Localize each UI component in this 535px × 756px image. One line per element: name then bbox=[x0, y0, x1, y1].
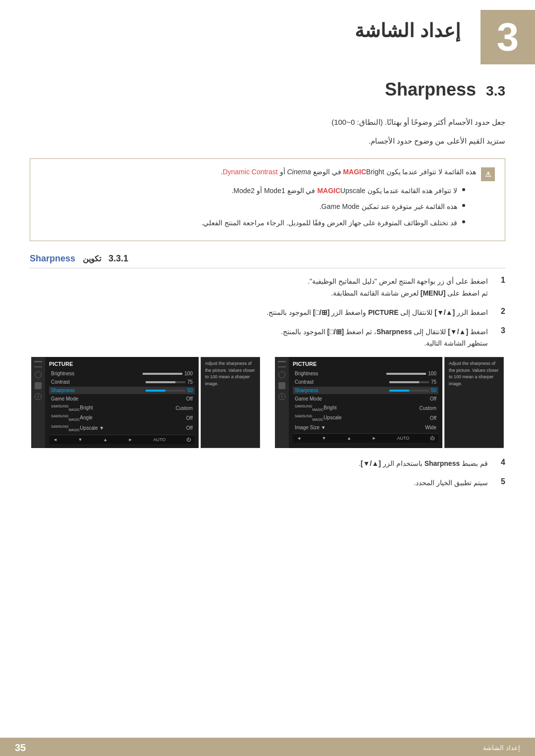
monitor-1: i PICTURE Brightness 100 Contrast 75 bbox=[31, 357, 260, 448]
monitor2-item-brightness: Brightness 100 bbox=[293, 370, 438, 377]
step-num-3: 3 bbox=[495, 326, 505, 335]
sub-section-title: 3.3.1 تكوين Sharpness bbox=[30, 253, 505, 268]
description-1: جعل حدود الأجسام أكثر وضوحًا أو بهتانًا.… bbox=[30, 115, 505, 130]
step-num-2: 2 bbox=[495, 307, 505, 316]
monitor2-item-gamemode: Game Mode Off bbox=[293, 395, 438, 403]
step-text-2: اضغط الزر [▲/▼] للانتقال إلى PICTURE واض… bbox=[30, 307, 488, 319]
sub-section-en: Sharpness bbox=[30, 253, 75, 264]
step-2: 2 اضغط الزر [▲/▼] للانتقال إلى PICTURE و… bbox=[30, 307, 505, 319]
section-number: 3.3 bbox=[486, 83, 505, 99]
step-1: 1 اضغط على أي زر بواجهة المنتج لعرض "دلي… bbox=[30, 276, 505, 300]
sub-section-num: 3.3.1 bbox=[108, 253, 128, 264]
bullet-dot-2 bbox=[462, 204, 465, 207]
monitor2-item-sharpness: Sharpness 50 bbox=[293, 387, 438, 394]
step-4: 4 قم بضبط Sharpness باستخدام الزر [▲/▼]. bbox=[30, 458, 505, 470]
monitor1-item-magicupscale: SAMSUNGMAGICUpscale ▼ Off bbox=[49, 424, 195, 433]
monitor1-item-magicangle: SAMSUNGMAGICAngle Off bbox=[49, 413, 195, 422]
footer-chapter-title: إعداد الشاشة bbox=[483, 744, 520, 752]
monitor1-item-contrast: Contrast 75 bbox=[49, 378, 195, 386]
monitor1-item-brightness: Brightness 100 bbox=[49, 370, 195, 377]
monitor1-item-sharpness: Sharpness 50 bbox=[49, 387, 195, 394]
bullet-dot-3 bbox=[462, 220, 465, 223]
monitor1-title: PICTURE bbox=[49, 361, 195, 367]
section-title-en: Sharpness bbox=[385, 79, 476, 100]
monitors-row: i PICTURE Brightness 100 Contrast 75 bbox=[30, 357, 505, 448]
bullet-text-1: لا تتوافر هذه القائمة عندما يكون MAGICUp… bbox=[231, 185, 457, 196]
monitor1-item-magicbright: SAMSUNGMAGICBright Custom bbox=[49, 403, 195, 412]
page-footer: 35 إعداد الشاشة bbox=[0, 738, 535, 756]
step-num-1: 1 bbox=[495, 276, 505, 285]
note-row-1: ⚠ هذه القائمة لا تتوافر عندما يكون MAGIC… bbox=[40, 166, 495, 181]
bullet-items: لا تتوافر هذه القائمة عندما يكون MAGICUp… bbox=[40, 185, 495, 228]
monitor2-item-magicbright: SAMSUNGMAGICBright Custom bbox=[293, 403, 438, 412]
monitor2-item-imagesize: Image Size ▼ Wide bbox=[293, 424, 438, 431]
bullet-text-3: قد تختلف الوظائف المتوفرة على جهاز العرض… bbox=[202, 217, 457, 228]
step-num-4: 4 bbox=[495, 458, 505, 467]
step-text-3: اضغط [▲/▼] للانتقال إلى Sharpness، ثم اض… bbox=[30, 326, 488, 350]
monitor2-note: Adjust the sharpness of the picture. Val… bbox=[444, 357, 504, 448]
monitor-2: i PICTURE Brightness 100 Contrast 75 bbox=[275, 357, 504, 448]
note-block: ⚠ هذه القائمة لا تتوافر عندما يكون MAGIC… bbox=[30, 158, 505, 241]
step-text-5: سيتم تطبيق الخيار المحدد. bbox=[30, 477, 488, 489]
step-3: 3 اضغط [▲/▼] للانتقال إلى Sharpness، ثم … bbox=[30, 326, 505, 350]
bullet-item-3: قد تختلف الوظائف المتوفرة على جهاز العرض… bbox=[40, 217, 465, 228]
monitor2-title: PICTURE bbox=[293, 361, 438, 367]
bullet-text-2: هذه القائمة غير متوفرة عند تمكين Game Mo… bbox=[320, 201, 457, 212]
bullet-item-2: هذه القائمة غير متوفرة عند تمكين Game Mo… bbox=[40, 201, 465, 212]
monitor1-nav: ◄ ▼ ▲ ► AUTO ⏻ bbox=[49, 435, 195, 444]
monitor2-item-magicupscale: SAMSUNGMAGICUpscale Off bbox=[293, 413, 438, 422]
page-header: إعداد الشاشة 3 bbox=[0, 0, 535, 64]
bullet-dot bbox=[462, 188, 465, 191]
step-text-1: اضغط على أي زر بواجهة المنتج لعرض "دليل … bbox=[30, 276, 488, 300]
note-text-1: هذه القائمة لا تتوافر عندما يكون MAGICBr… bbox=[40, 166, 476, 177]
step-text-4: قم بضبط Sharpness باستخدام الزر [▲/▼]. bbox=[30, 458, 488, 470]
bullet-item-1: لا تتوافر هذه القائمة عندما يكون MAGICUp… bbox=[40, 185, 465, 196]
monitor2-item-contrast: Contrast 75 bbox=[293, 378, 438, 386]
monitor1-note: Adjust the sharpness of the picture. Val… bbox=[201, 357, 260, 448]
step-num-5: 5 bbox=[495, 477, 505, 486]
monitor2-nav: ◄ ▼ ▲ ► AUTO ⏻ bbox=[293, 433, 438, 443]
step-5: 5 سيتم تطبيق الخيار المحدد. bbox=[30, 477, 505, 489]
chapter-title: إعداد الشاشة bbox=[0, 10, 481, 47]
main-content: Sharpness 3.3 جعل حدود الأجسام أكثر وضوح… bbox=[0, 64, 535, 756]
chapter-number: 3 bbox=[481, 10, 535, 64]
section-title: Sharpness 3.3 bbox=[30, 74, 505, 100]
footer-page-number: 35 bbox=[15, 742, 26, 754]
sub-section-ar: تكوين bbox=[83, 254, 101, 263]
description-2: ستزيد القيم الأعلى من وضوح حدود الأجسام. bbox=[30, 134, 505, 149]
monitor1-item-gamemode: Game Mode Off bbox=[49, 395, 195, 403]
note-icon: ⚠ bbox=[481, 167, 495, 181]
